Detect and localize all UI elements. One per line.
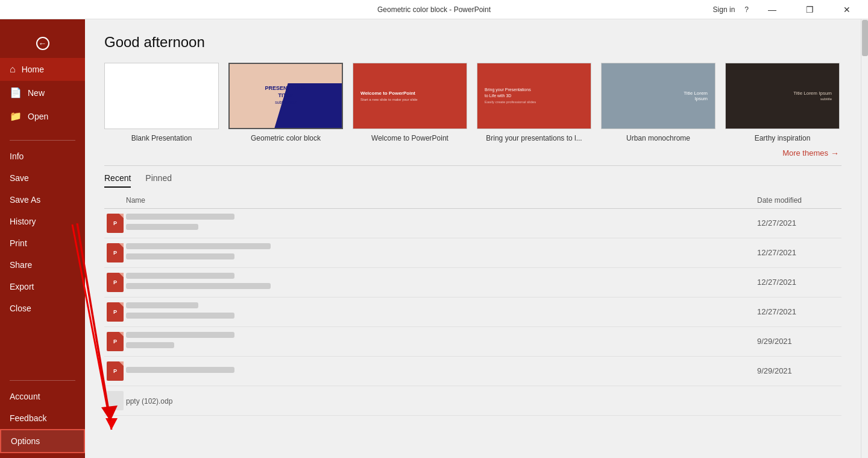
file-name-col	[126, 332, 757, 351]
sidebar-item-options-label: Options	[11, 436, 40, 446]
ppt-file-icon: P	[107, 361, 124, 381]
file-row[interactable]: P 12/27/2021	[104, 268, 841, 297]
home-icon: ⌂	[10, 64, 16, 75]
template-urban-label: Urban monochrome	[626, 134, 690, 144]
sidebar-item-close[interactable]: Close	[0, 297, 85, 319]
sidebar-item-options[interactable]: Options	[0, 429, 85, 453]
new-icon: 📄	[10, 87, 22, 98]
sidebar-item-feedback-label: Feedback	[10, 413, 46, 423]
open-icon: 📁	[10, 110, 22, 122]
template-welcome[interactable]: Welcome to PowerPoint Start a new slide …	[353, 63, 467, 144]
titlebar: Geometric color block - PowerPoint Sign …	[0, 0, 868, 19]
template-presentations-label: Bring your presentations to l...	[486, 134, 582, 144]
file-icon-col: P	[104, 214, 126, 233]
template-presentations[interactable]: Bring your Presentationsto Life with 3DE…	[477, 63, 591, 144]
sidebar-item-share[interactable]: Share	[0, 254, 85, 276]
file-row[interactable]: ppty (102).odp	[104, 386, 841, 416]
sidebar-item-new[interactable]: 📄 New	[0, 81, 85, 104]
template-urban-thumb: Title LoremIpsum	[601, 63, 715, 129]
template-earthy[interactable]: Title Lorem Ipsumsubtitle Earthy inspira…	[725, 63, 840, 144]
main-content: Good afternoon Blank Presentation PRESEN…	[85, 19, 861, 458]
titlebar-title: Geometric color block - PowerPoint	[377, 5, 491, 14]
sidebar-item-saveas-label: Save As	[10, 195, 40, 205]
file-date-col: 12/27/2021	[757, 307, 841, 316]
template-geometric-label: Geometric color block	[251, 134, 321, 144]
sidebar-item-info[interactable]: Info	[0, 145, 85, 167]
sidebar-item-feedback[interactable]: Feedback	[0, 407, 85, 429]
file-name-col: ppty (102).odp	[126, 395, 757, 406]
sidebar: ← ⌂ Home 📄 New 📁 Open Info Save	[0, 19, 85, 458]
sidebar-item-account-label: Account	[10, 392, 40, 401]
file-date-col: 9/29/2021	[757, 366, 841, 375]
ppt-file-icon: P	[107, 214, 124, 233]
signin-button[interactable]: Sign in	[713, 5, 735, 14]
sidebar-item-history-label: History	[10, 217, 36, 226]
sidebar-divider-bottom	[10, 380, 75, 381]
greeting-text: Good afternoon	[104, 34, 841, 51]
file-name-col	[126, 214, 757, 232]
file-row[interactable]: P 9/29/2021	[104, 357, 841, 386]
sidebar-item-new-label: New	[28, 88, 45, 98]
file-row[interactable]: P 12/27/2021	[104, 238, 841, 268]
template-blank-thumb	[104, 63, 219, 129]
file-icon-col: P	[104, 273, 126, 292]
template-urban[interactable]: Title LoremIpsum Urban monochrome	[601, 63, 715, 144]
sidebar-item-account[interactable]: Account	[0, 386, 85, 407]
sidebar-item-export[interactable]: Export	[0, 276, 85, 297]
file-date-col: 12/27/2021	[757, 278, 841, 287]
tab-recent[interactable]: Recent	[104, 173, 131, 188]
back-button[interactable]: ←	[31, 31, 55, 56]
tabs-row: Recent Pinned	[104, 173, 841, 188]
sidebar-item-home-label: Home	[22, 65, 44, 74]
more-themes-section: More themes →	[104, 148, 841, 158]
sidebar-item-open[interactable]: 📁 Open	[0, 104, 85, 128]
file-name-col	[126, 273, 757, 291]
help-button[interactable]: ?	[744, 5, 749, 14]
maximize-button[interactable]: ❐	[796, 0, 823, 19]
template-earthy-thumb: Title Lorem Ipsumsubtitle	[725, 63, 840, 129]
sidebar-item-history[interactable]: History	[0, 211, 85, 232]
ppt-file-icon: P	[107, 332, 124, 351]
file-date-col: 9/29/2021	[757, 337, 841, 346]
close-button[interactable]: ✕	[833, 0, 861, 19]
more-themes-link[interactable]: More themes →	[782, 148, 839, 158]
sidebar-item-close-label: Close	[10, 304, 31, 313]
ppt-file-icon: P	[107, 243, 124, 262]
more-themes-label: More themes	[782, 148, 828, 157]
file-name-col	[126, 302, 757, 321]
ppt-file-icon: P	[107, 273, 124, 292]
file-row[interactable]: P 9/29/2021	[104, 327, 841, 357]
file-row[interactable]: P 12/27/2021	[104, 297, 841, 327]
template-geometric[interactable]: PRESENTATIONTITLEsubtitle text Geometric…	[228, 63, 343, 144]
back-icon: ←	[36, 37, 49, 50]
sidebar-item-save-label: Save	[10, 173, 29, 183]
sidebar-bottom: Account Feedback Options	[0, 386, 85, 458]
sidebar-item-home[interactable]: ⌂ Home	[0, 58, 85, 81]
header-date-col: Date modified	[757, 196, 841, 205]
file-name-col	[126, 243, 757, 262]
sidebar-item-export-label: Export	[10, 282, 34, 291]
file-name-col	[126, 367, 757, 375]
sidebar-item-save[interactable]: Save	[0, 167, 85, 189]
templates-section: Blank Presentation PRESENTATIONTITLEsubt…	[104, 63, 841, 144]
scrollbar[interactable]	[861, 19, 868, 458]
files-header: Name Date modified	[104, 192, 841, 209]
section-divider	[104, 165, 841, 166]
sidebar-item-open-label: Open	[28, 112, 48, 121]
template-welcome-label: Welcome to PowerPoint	[371, 134, 448, 144]
file-row[interactable]: P 12/27/2021	[104, 209, 841, 238]
file-date-col: 12/27/2021	[757, 218, 841, 227]
sidebar-item-print[interactable]: Print	[0, 232, 85, 254]
file-icon-col	[104, 391, 126, 410]
sidebar-item-share-label: Share	[10, 260, 32, 270]
file-icon-col: P	[104, 361, 126, 381]
header-name-col: Name	[126, 196, 757, 205]
sidebar-item-saveas[interactable]: Save As	[0, 189, 85, 211]
file-icon-col: P	[104, 243, 126, 262]
template-welcome-thumb: Welcome to PowerPoint Start a new slide …	[353, 63, 467, 129]
template-presentations-thumb: Bring your Presentationsto Life with 3DE…	[477, 63, 591, 129]
tab-pinned[interactable]: Pinned	[145, 173, 172, 188]
template-blank[interactable]: Blank Presentation	[104, 63, 219, 144]
file-icon-col: P	[104, 332, 126, 351]
minimize-button[interactable]: —	[758, 0, 786, 19]
